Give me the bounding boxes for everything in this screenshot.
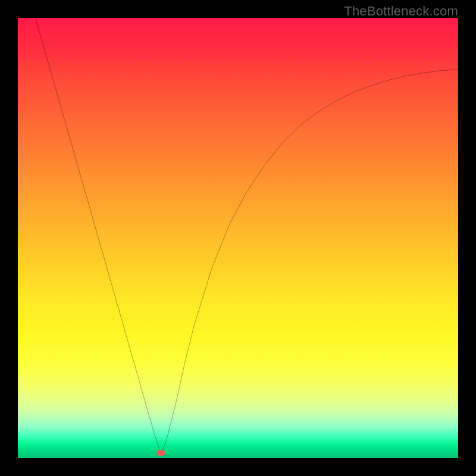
plot-area	[18, 18, 458, 458]
watermark-text: TheBottleneck.com	[344, 4, 458, 19]
chart-frame: TheBottleneck.com	[0, 0, 476, 476]
bottleneck-curve	[36, 18, 458, 452]
optimum-marker	[156, 450, 165, 456]
chart-svg	[18, 18, 458, 458]
